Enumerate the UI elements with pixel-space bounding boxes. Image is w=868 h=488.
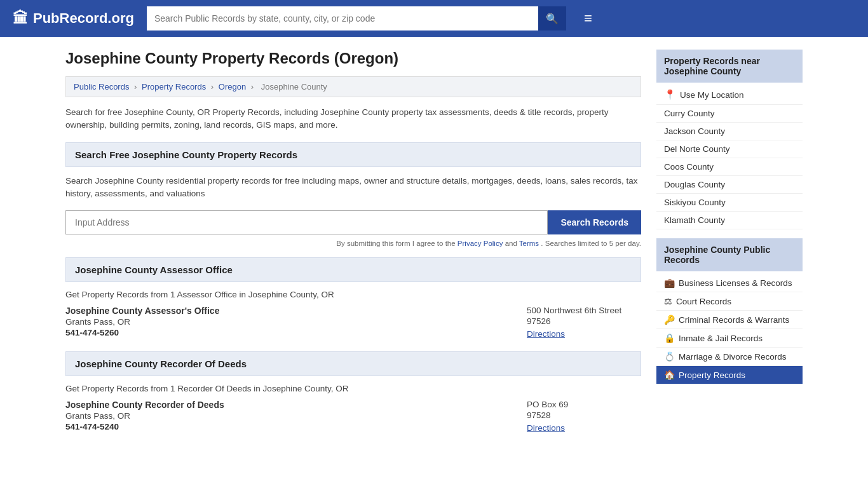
recorder-office-city: Grants Pass, OR (65, 411, 514, 421)
sidebar-item-business[interactable]: 💼 Business Licenses & Records (656, 274, 803, 292)
sidebar-use-location[interactable]: 📍 Use My Location (656, 85, 803, 105)
briefcase-icon: 💼 (664, 278, 675, 288)
recorder-office-left: Josephine County Recorder of Deeds Grant… (65, 400, 514, 433)
hamburger-button[interactable]: ≡ (584, 10, 592, 27)
sidebar-public-records-title: Josephine County Public Records (656, 238, 803, 271)
site-header: 🏛 PubRecord.org 🔍 ≡ (0, 0, 868, 37)
terms-link[interactable]: Terms (519, 240, 539, 247)
assessor-section: Josephine County Assessor Office Get Pro… (65, 257, 641, 339)
recorder-office-right: PO Box 69 97528 Directions (527, 400, 641, 433)
home-icon: 🏠 (664, 370, 675, 380)
sidebar-item-criminal[interactable]: 🔑 Criminal Records & Warrants (656, 311, 803, 329)
assessor-office-zip: 97526 (527, 316, 641, 326)
sidebar: Property Records near Josephine County 📍… (656, 50, 803, 445)
sidebar-item-property[interactable]: 🏠 Property Records (656, 366, 803, 384)
sidebar-item-curry[interactable]: Curry County (656, 105, 803, 123)
assessor-directions-link[interactable]: Directions (527, 329, 565, 339)
sidebar-nearby-list: 📍 Use My Location Curry County Jackson C… (656, 85, 803, 229)
logo-text: PubRecord.org (33, 10, 134, 27)
assessor-office-address: 500 Northwest 6th Street (527, 306, 641, 315)
breadcrumb-current: Josephine County (261, 82, 327, 92)
sidebar-public-records-section: Josephine County Public Records 💼 Busine… (656, 238, 803, 384)
sidebar-item-inmate[interactable]: 🔒 Inmate & Jail Records (656, 329, 803, 348)
address-input[interactable] (65, 210, 548, 234)
use-location-link[interactable]: Use My Location (680, 90, 744, 100)
search-icon: 🔍 (546, 13, 559, 24)
header-search-bar: 🔍 (147, 6, 566, 30)
page-title: Josephine County Property Records (Orego… (65, 50, 641, 67)
search-section-header: Search Free Josephine County Property Re… (65, 142, 641, 167)
breadcrumb: Public Records › Property Records › Oreg… (65, 76, 641, 97)
sidebar-item-douglas[interactable]: Douglas County (656, 176, 803, 194)
breadcrumb-oregon[interactable]: Oregon (219, 82, 246, 92)
recorder-office-zip: 97528 (527, 410, 641, 420)
assessor-office-right: 500 Northwest 6th Street 97526 Direction… (527, 306, 641, 339)
sidebar-nearby-section: Property Records near Josephine County 📍… (656, 50, 803, 229)
lock-icon: 🔒 (664, 333, 675, 343)
breadcrumb-property-records[interactable]: Property Records (142, 82, 206, 92)
privacy-policy-link[interactable]: Privacy Policy (458, 240, 503, 247)
header-search-input[interactable] (147, 6, 538, 30)
search-form: Search Records (65, 210, 641, 234)
sidebar-item-delnorte[interactable]: Del Norte County (656, 140, 803, 158)
sidebar-item-siskiyou[interactable]: Siskiyou County (656, 194, 803, 212)
ring-icon: 💍 (664, 351, 675, 362)
recorder-section-header: Josephine County Recorder Of Deeds (65, 351, 641, 376)
assessor-office-phone: 541-474-5260 (65, 328, 514, 337)
location-pin-icon: 📍 (664, 89, 676, 100)
recorder-section: Josephine County Recorder Of Deeds Get P… (65, 351, 641, 433)
search-records-button[interactable]: Search Records (548, 210, 641, 234)
recorder-directions-link[interactable]: Directions (527, 423, 565, 433)
recorder-office-card: Josephine County Recorder of Deeds Grant… (65, 400, 641, 433)
logo-icon: 🏛 (13, 10, 28, 27)
assessor-get-records-text: Get Property Records from 1 Assessor Off… (65, 290, 641, 299)
sidebar-item-coos[interactable]: Coos County (656, 158, 803, 176)
sidebar-nearby-title: Property Records near Josephine County (656, 50, 803, 83)
recorder-get-records-text: Get Property Records from 1 Recorder Of … (65, 384, 641, 393)
recorder-office-name: Josephine County Recorder of Deeds (65, 400, 514, 410)
page-description: Search for free Josephine County, OR Pro… (65, 106, 641, 132)
assessor-section-header: Josephine County Assessor Office (65, 257, 641, 282)
site-logo[interactable]: 🏛 PubRecord.org (13, 10, 134, 27)
hamburger-icon: ≡ (584, 10, 592, 26)
breadcrumb-public-records[interactable]: Public Records (74, 82, 129, 92)
sidebar-item-jackson[interactable]: Jackson County (656, 123, 803, 140)
main-container: Josephine County Property Records (Orego… (53, 37, 815, 458)
header-search-button[interactable]: 🔍 (538, 6, 566, 30)
sidebar-item-marriage[interactable]: 💍 Marriage & Divorce Records (656, 348, 803, 366)
court-icon: ⚖ (664, 296, 672, 306)
content-area: Josephine County Property Records (Orego… (65, 50, 641, 445)
recorder-office-phone: 541-474-5240 (65, 422, 514, 431)
search-description: Search Josephine County residential prop… (65, 175, 641, 201)
assessor-office-left: Josephine County Assessor's Office Grant… (65, 306, 514, 339)
assessor-office-city: Grants Pass, OR (65, 317, 514, 327)
sidebar-public-records-list: 💼 Business Licenses & Records ⚖ Court Re… (656, 274, 803, 384)
assessor-office-card: Josephine County Assessor's Office Grant… (65, 306, 641, 339)
sidebar-item-court[interactable]: ⚖ Court Records (656, 292, 803, 311)
recorder-office-address: PO Box 69 (527, 400, 641, 409)
search-section: Search Free Josephine County Property Re… (65, 142, 641, 248)
sidebar-item-klamath[interactable]: Klamath County (656, 212, 803, 229)
key-icon: 🔑 (664, 315, 675, 325)
form-disclaimer: By submitting this form I agree to the P… (65, 240, 641, 247)
assessor-office-name: Josephine County Assessor's Office (65, 306, 514, 316)
